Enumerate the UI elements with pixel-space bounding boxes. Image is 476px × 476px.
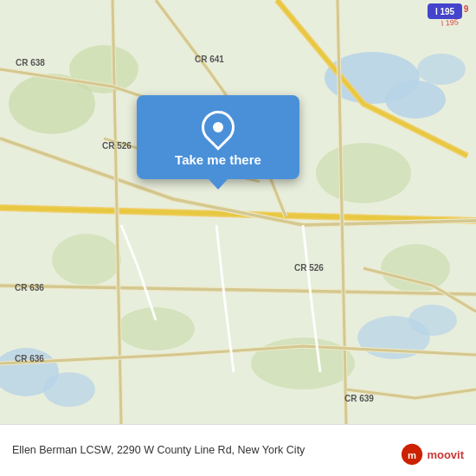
svg-text:CR 639: CR 639 (344, 394, 374, 403)
address-text: Ellen Berman LCSW, 2290 W County Line Rd… (12, 443, 305, 459)
svg-point-2 (385, 80, 446, 119)
svg-text:I 195: I 195 (435, 7, 455, 16)
bottom-bar: Ellen Berman LCSW, 2290 W County Line Rd… (0, 424, 476, 476)
svg-point-7 (408, 305, 457, 336)
svg-text:CR 636: CR 636 (15, 283, 44, 293)
svg-text:CR 526: CR 526 (102, 141, 132, 151)
moovit-logo: m moovit (401, 443, 464, 466)
svg-point-12 (117, 307, 195, 351)
location-pin-icon (195, 104, 241, 151)
svg-point-14 (381, 244, 450, 293)
map-popup[interactable]: Take me there (137, 95, 299, 179)
svg-text:m: m (408, 450, 416, 460)
svg-point-10 (316, 143, 411, 203)
svg-point-3 (417, 54, 466, 85)
svg-point-13 (52, 234, 121, 286)
map-container: CR 638 CR 641 CR 526 US 9 I 195 CR 636 C… (0, 0, 476, 424)
svg-text:I 195: I 195 (441, 17, 459, 28)
svg-text:CR 526: CR 526 (294, 263, 324, 273)
svg-text:CR 641: CR 641 (195, 55, 224, 64)
svg-text:CR 638: CR 638 (16, 58, 45, 68)
popup-label[interactable]: Take me there (175, 152, 261, 167)
svg-text:CR 636: CR 636 (15, 354, 44, 363)
svg-point-5 (43, 372, 95, 407)
moovit-label: moovit (427, 448, 464, 461)
moovit-icon: m (401, 443, 423, 466)
